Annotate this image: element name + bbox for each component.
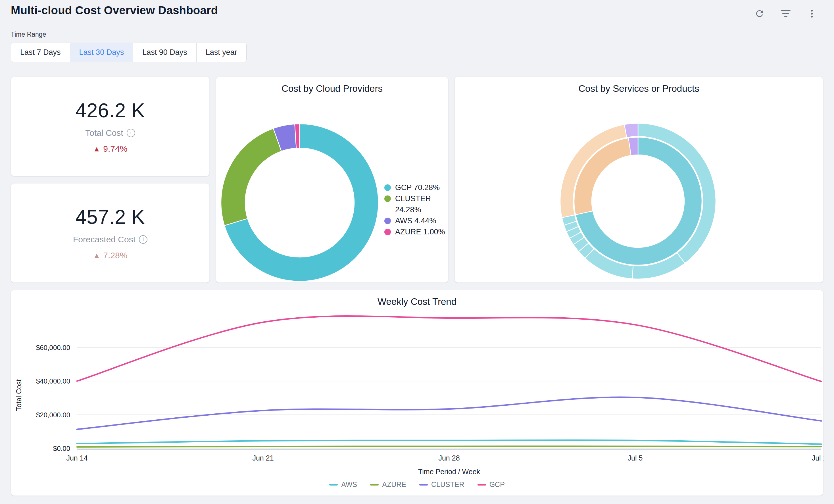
trend-legend-item-AZURE[interactable]: AZURE bbox=[370, 480, 406, 489]
kpi-label-text: Total Cost bbox=[85, 128, 123, 138]
legend-dot-icon bbox=[384, 195, 391, 202]
time-range-last-90-days[interactable]: Last 90 Days bbox=[133, 43, 197, 62]
legend-label: AWS 4.44% bbox=[395, 215, 436, 226]
y-axis-title: Total Cost bbox=[15, 379, 23, 411]
cost-by-services-panel: Cost by Services or Products bbox=[455, 77, 823, 283]
legend-label: AZURE 1.00% bbox=[395, 226, 445, 238]
y-tick-label: $20,000.00 bbox=[36, 411, 70, 419]
header-actions bbox=[753, 7, 818, 20]
time-range-last-7-days[interactable]: Last 7 Days bbox=[11, 43, 70, 62]
refresh-button[interactable] bbox=[753, 7, 766, 20]
y-tick-label: $40,000.00 bbox=[36, 377, 70, 385]
y-tick-label: $0.00 bbox=[53, 445, 70, 452]
legend-dot-icon bbox=[384, 184, 391, 191]
legend-dash-icon bbox=[370, 484, 379, 485]
legend-dot-icon bbox=[384, 218, 391, 224]
total-cost-delta: ▲ 9.74% bbox=[93, 144, 128, 154]
time-range-group: Last 7 Days Last 30 Days Last 90 Days La… bbox=[11, 43, 246, 62]
time-range-last-year[interactable]: Last year bbox=[197, 43, 246, 62]
info-icon[interactable]: i bbox=[127, 129, 135, 137]
trend-line-AZURE[interactable] bbox=[77, 446, 821, 447]
cost-by-cloud-providers-panel: Cost by Cloud Providers GCP 70.28%CLUSTE… bbox=[216, 77, 448, 283]
delta-text: 9.74% bbox=[103, 144, 127, 154]
legend-dash-icon bbox=[329, 484, 338, 485]
legend-item-AWS[interactable]: AWS 4.44% bbox=[384, 215, 448, 226]
trend-legend-item-CLUSTER[interactable]: CLUSTER bbox=[419, 480, 464, 489]
page-title: Multi-cloud Cost Overview Dashboard bbox=[11, 4, 218, 17]
up-triangle-icon: ▲ bbox=[93, 145, 101, 153]
x-tick-label: Jun 21 bbox=[252, 454, 273, 462]
legend-label: GCP bbox=[489, 480, 505, 489]
filter-button[interactable] bbox=[780, 7, 792, 20]
legend-dash-icon bbox=[419, 484, 428, 485]
info-icon[interactable]: i bbox=[139, 235, 148, 244]
refresh-icon bbox=[754, 8, 765, 19]
total-cost-label: Total Cost i bbox=[85, 128, 135, 138]
delta-text: 7.28% bbox=[103, 250, 127, 260]
filter-list-icon bbox=[781, 10, 791, 17]
x-axis-title: Time Period / Week bbox=[418, 468, 480, 476]
legend-dot-icon bbox=[384, 229, 391, 235]
time-range-label: Time Range bbox=[11, 31, 46, 38]
legend-dash-icon bbox=[478, 484, 486, 485]
forecasted-cost-value: 457.2 K bbox=[75, 206, 145, 228]
chart-canvas bbox=[216, 77, 448, 283]
legend-item-AZURE[interactable]: AZURE 1.00% bbox=[384, 226, 448, 238]
providers-donut-legend: GCP 70.28%CLUSTER 24.28%AWS 4.44%AZURE 1… bbox=[384, 182, 448, 238]
legend-item-GCP[interactable]: GCP 70.28% bbox=[384, 182, 448, 193]
legend-label: AZURE bbox=[382, 480, 406, 489]
chart-canvas: $0.00$20,000.00$40,000.00$60,000.00Jun 1… bbox=[11, 290, 824, 496]
legend-label: GCP 70.28% bbox=[395, 182, 440, 193]
kpi-label-text: Forecasted Cost bbox=[73, 235, 135, 244]
legend-label: CLUSTER 24.28% bbox=[395, 193, 448, 215]
forecasted-cost-label: Forecasted Cost i bbox=[73, 235, 148, 244]
weekly-cost-trend-panel: Weekly Cost Trend $0.00$20,000.00$40,000… bbox=[11, 290, 823, 496]
up-triangle-icon: ▲ bbox=[93, 251, 101, 260]
x-tick-label: Jul 5 bbox=[628, 454, 643, 462]
total-cost-kpi-card: 426.2 K Total Cost i ▲ 9.74% bbox=[11, 77, 210, 176]
x-tick-label: Jun 28 bbox=[438, 454, 460, 462]
trend-line-CLUSTER[interactable] bbox=[77, 397, 821, 429]
trend-legend-item-AWS[interactable]: AWS bbox=[329, 480, 357, 489]
trend-legend-item-GCP[interactable]: GCP bbox=[478, 480, 505, 489]
total-cost-value: 426.2 K bbox=[75, 99, 145, 122]
x-axis-line bbox=[77, 449, 821, 450]
x-tick-label: Jun 14 bbox=[66, 454, 87, 462]
chart-canvas bbox=[455, 77, 824, 283]
forecasted-cost-kpi-card: 457.2 K Forecasted Cost i ▲ 7.28% bbox=[11, 183, 210, 283]
more-options-button[interactable] bbox=[806, 7, 818, 20]
legend-item-CLUSTER[interactable]: CLUSTER 24.28% bbox=[384, 193, 448, 215]
x-tick-label: Jul 12 bbox=[812, 454, 824, 462]
sunburst-outer-segment-11[interactable] bbox=[624, 123, 638, 137]
donut-slice-CLUSTER[interactable] bbox=[221, 128, 282, 225]
kebab-menu-icon bbox=[807, 8, 817, 19]
forecasted-cost-delta: ▲ 7.28% bbox=[93, 250, 128, 260]
legend-label: CLUSTER bbox=[431, 480, 464, 489]
time-range-last-30-days[interactable]: Last 30 Days bbox=[70, 43, 133, 62]
legend-label: AWS bbox=[341, 480, 357, 489]
y-tick-label: $60,000.00 bbox=[36, 344, 70, 351]
trend-line-GCP[interactable] bbox=[77, 316, 821, 381]
trend-legend: AWSAZURECLUSTERGCP bbox=[11, 480, 823, 489]
trend-line-AWS[interactable] bbox=[77, 440, 821, 444]
